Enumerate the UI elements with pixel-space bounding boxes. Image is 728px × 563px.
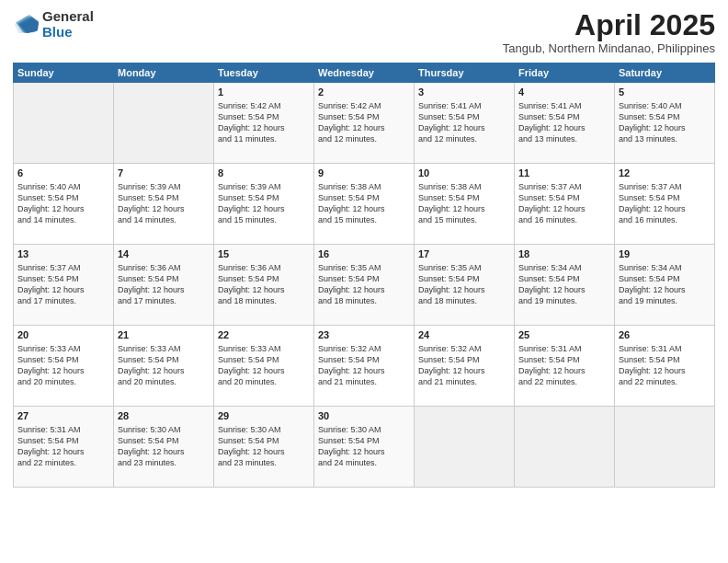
day-info: Sunrise: 5:40 AM Sunset: 5:54 PM Dayligh… [619, 100, 711, 145]
day-number: 18 [518, 247, 610, 261]
day-number: 5 [619, 86, 711, 99]
day-number: 29 [218, 409, 310, 423]
day-number: 1 [218, 86, 310, 99]
day-number: 6 [17, 167, 109, 180]
table-row [415, 407, 515, 488]
table-row: 12Sunrise: 5:37 AM Sunset: 5:54 PM Dayli… [615, 164, 715, 245]
table-row: 18Sunrise: 5:34 AM Sunset: 5:54 PM Dayli… [515, 245, 615, 326]
calendar-table: Sunday Monday Tuesday Wednesday Thursday… [13, 63, 715, 488]
day-info: Sunrise: 5:31 AM Sunset: 5:54 PM Dayligh… [17, 424, 109, 469]
table-row: 26Sunrise: 5:31 AM Sunset: 5:54 PM Dayli… [615, 326, 715, 407]
calendar-header-row: Sunday Monday Tuesday Wednesday Thursday… [14, 63, 715, 83]
day-info: Sunrise: 5:30 AM Sunset: 5:54 PM Dayligh… [318, 424, 410, 469]
day-number: 21 [118, 328, 210, 342]
table-row [615, 407, 715, 488]
day-info: Sunrise: 5:36 AM Sunset: 5:54 PM Dayligh… [218, 262, 310, 307]
day-number: 11 [518, 167, 610, 180]
header-saturday: Saturday [615, 63, 715, 83]
logo-blue: Blue [42, 24, 73, 40]
title-block: April 2025 Tangub, Northern Mindanao, Ph… [503, 9, 715, 55]
day-number: 22 [218, 328, 310, 342]
day-number: 8 [218, 167, 310, 180]
day-info: Sunrise: 5:39 AM Sunset: 5:54 PM Dayligh… [218, 181, 310, 226]
day-info: Sunrise: 5:33 AM Sunset: 5:54 PM Dayligh… [17, 343, 109, 388]
table-row: 17Sunrise: 5:35 AM Sunset: 5:54 PM Dayli… [415, 245, 515, 326]
table-row: 10Sunrise: 5:38 AM Sunset: 5:54 PM Dayli… [415, 164, 515, 245]
calendar-week-row-2: 6Sunrise: 5:40 AM Sunset: 5:54 PM Daylig… [14, 164, 715, 245]
day-info: Sunrise: 5:35 AM Sunset: 5:54 PM Dayligh… [318, 262, 410, 307]
header-tuesday: Tuesday [214, 63, 314, 83]
day-info: Sunrise: 5:32 AM Sunset: 5:54 PM Dayligh… [418, 343, 510, 388]
day-number: 3 [418, 86, 510, 99]
table-row: 14Sunrise: 5:36 AM Sunset: 5:54 PM Dayli… [114, 245, 214, 326]
table-row: 1Sunrise: 5:42 AM Sunset: 5:54 PM Daylig… [214, 83, 314, 164]
day-info: Sunrise: 5:37 AM Sunset: 5:54 PM Dayligh… [518, 181, 610, 226]
table-row: 28Sunrise: 5:30 AM Sunset: 5:54 PM Dayli… [114, 407, 214, 488]
table-row: 2Sunrise: 5:42 AM Sunset: 5:54 PM Daylig… [314, 83, 415, 164]
header-thursday: Thursday [415, 63, 515, 83]
table-row [515, 407, 615, 488]
day-number: 17 [418, 247, 510, 261]
table-row: 4Sunrise: 5:41 AM Sunset: 5:54 PM Daylig… [515, 83, 615, 164]
day-number: 16 [318, 247, 410, 261]
day-info: Sunrise: 5:37 AM Sunset: 5:54 PM Dayligh… [619, 181, 711, 226]
table-row: 27Sunrise: 5:31 AM Sunset: 5:54 PM Dayli… [14, 407, 114, 488]
day-info: Sunrise: 5:39 AM Sunset: 5:54 PM Dayligh… [118, 181, 210, 226]
day-info: Sunrise: 5:38 AM Sunset: 5:54 PM Dayligh… [318, 181, 410, 226]
table-row: 3Sunrise: 5:41 AM Sunset: 5:54 PM Daylig… [415, 83, 515, 164]
day-number: 28 [118, 409, 210, 423]
day-number: 15 [218, 247, 310, 261]
day-info: Sunrise: 5:41 AM Sunset: 5:54 PM Dayligh… [518, 100, 610, 145]
table-row: 16Sunrise: 5:35 AM Sunset: 5:54 PM Dayli… [314, 245, 415, 326]
day-info: Sunrise: 5:33 AM Sunset: 5:54 PM Dayligh… [118, 343, 210, 388]
logo-general: General [42, 8, 94, 24]
header: General Blue April 2025 Tangub, Northern… [13, 9, 715, 55]
day-number: 7 [118, 167, 210, 180]
table-row: 30Sunrise: 5:30 AM Sunset: 5:54 PM Dayli… [314, 407, 415, 488]
table-row: 25Sunrise: 5:31 AM Sunset: 5:54 PM Dayli… [515, 326, 615, 407]
calendar-week-row-4: 20Sunrise: 5:33 AM Sunset: 5:54 PM Dayli… [14, 326, 715, 407]
day-number: 20 [17, 328, 109, 342]
day-number: 4 [518, 86, 610, 99]
header-friday: Friday [515, 63, 615, 83]
header-monday: Monday [114, 63, 214, 83]
table-row: 6Sunrise: 5:40 AM Sunset: 5:54 PM Daylig… [14, 164, 114, 245]
day-number: 2 [318, 86, 410, 99]
day-info: Sunrise: 5:31 AM Sunset: 5:54 PM Dayligh… [619, 343, 711, 388]
table-row [14, 83, 114, 164]
day-number: 27 [17, 409, 109, 423]
table-row: 9Sunrise: 5:38 AM Sunset: 5:54 PM Daylig… [314, 164, 415, 245]
day-number: 14 [118, 247, 210, 261]
day-info: Sunrise: 5:32 AM Sunset: 5:54 PM Dayligh… [318, 343, 410, 388]
day-info: Sunrise: 5:37 AM Sunset: 5:54 PM Dayligh… [17, 262, 109, 307]
day-number: 23 [318, 328, 410, 342]
calendar-week-row-3: 13Sunrise: 5:37 AM Sunset: 5:54 PM Dayli… [14, 245, 715, 326]
day-info: Sunrise: 5:42 AM Sunset: 5:54 PM Dayligh… [218, 100, 310, 145]
day-info: Sunrise: 5:36 AM Sunset: 5:54 PM Dayligh… [118, 262, 210, 307]
table-row: 24Sunrise: 5:32 AM Sunset: 5:54 PM Dayli… [415, 326, 515, 407]
table-row: 13Sunrise: 5:37 AM Sunset: 5:54 PM Dayli… [14, 245, 114, 326]
day-info: Sunrise: 5:35 AM Sunset: 5:54 PM Dayligh… [418, 262, 510, 307]
logo-icon [13, 15, 39, 35]
day-info: Sunrise: 5:40 AM Sunset: 5:54 PM Dayligh… [17, 181, 109, 226]
table-row: 23Sunrise: 5:32 AM Sunset: 5:54 PM Dayli… [314, 326, 415, 407]
day-number: 25 [518, 328, 610, 342]
header-wednesday: Wednesday [314, 63, 415, 83]
day-info: Sunrise: 5:34 AM Sunset: 5:54 PM Dayligh… [518, 262, 610, 307]
day-number: 13 [17, 247, 109, 261]
day-number: 26 [619, 328, 711, 342]
table-row: 22Sunrise: 5:33 AM Sunset: 5:54 PM Dayli… [214, 326, 314, 407]
page: General Blue April 2025 Tangub, Northern… [0, 0, 728, 563]
table-row: 5Sunrise: 5:40 AM Sunset: 5:54 PM Daylig… [615, 83, 715, 164]
table-row: 19Sunrise: 5:34 AM Sunset: 5:54 PM Dayli… [615, 245, 715, 326]
day-info: Sunrise: 5:42 AM Sunset: 5:54 PM Dayligh… [318, 100, 410, 145]
day-number: 10 [418, 167, 510, 180]
calendar-week-row-5: 27Sunrise: 5:31 AM Sunset: 5:54 PM Dayli… [14, 407, 715, 488]
day-info: Sunrise: 5:38 AM Sunset: 5:54 PM Dayligh… [418, 181, 510, 226]
table-row: 15Sunrise: 5:36 AM Sunset: 5:54 PM Dayli… [214, 245, 314, 326]
day-number: 12 [619, 167, 711, 180]
table-row: 11Sunrise: 5:37 AM Sunset: 5:54 PM Dayli… [515, 164, 615, 245]
logo: General Blue [13, 9, 94, 40]
table-row: 29Sunrise: 5:30 AM Sunset: 5:54 PM Dayli… [214, 407, 314, 488]
title-month: April 2025 [503, 9, 715, 41]
